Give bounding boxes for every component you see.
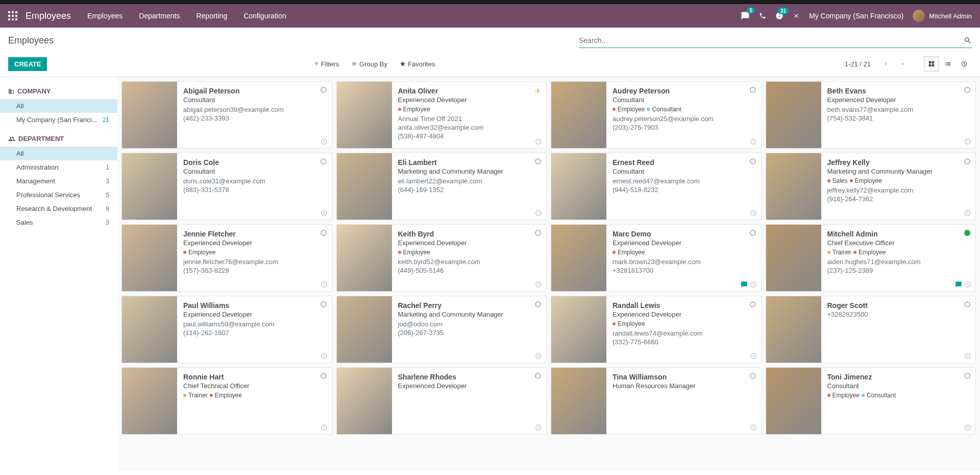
employee-name: Eli Lambert [398,158,541,167]
app-title[interactable]: Employees [26,11,71,21]
clock-icon[interactable] [750,424,757,431]
employee-photo [766,368,821,434]
presence-offline-icon [535,301,541,307]
employee-card[interactable]: Ernest ReedConsultanternest.reed47@examp… [551,153,762,220]
groupby-button[interactable]: Group By [351,60,387,68]
user-menu[interactable]: Mitchell Admin [913,10,972,22]
employee-card[interactable]: ✈Anita OliverExperienced DeveloperEmploy… [336,81,547,149]
employee-photo [122,368,177,434]
employee-photo [122,296,177,363]
employee-card[interactable]: Rachel PerryMarketing and Community Mana… [336,296,547,363]
sidebar-item-dept[interactable]: Administration1 [0,160,117,174]
employee-card[interactable]: Jeffrey KellyMarketing and Community Man… [766,153,976,220]
nav-item-departments[interactable]: Departments [139,12,180,20]
activities-badge: 31 [778,8,789,14]
activities-icon[interactable]: 31 [775,12,783,20]
phone-icon[interactable] [759,12,766,19]
clock-icon[interactable] [750,209,757,217]
clock-icon[interactable] [535,209,542,217]
employee-card[interactable]: Paul WilliamsExperienced Developerpaul.w… [121,296,332,363]
sidebar: COMPANY AllMy Company (San Franci...21 D… [0,77,117,470]
employee-role: Marketing and Community Manager [398,311,541,318]
activity-view-button[interactable] [957,56,972,72]
tools-icon[interactable] [793,12,800,19]
sidebar-item-dept[interactable]: Professional Services5 [0,188,117,202]
clock-icon[interactable] [964,424,971,431]
employee-card[interactable]: Marc DemoExperienced DeveloperEmployeema… [551,224,762,292]
employee-name: Rachel Perry [398,301,541,310]
employee-photo [337,368,392,434]
employee-role: Experienced Developer [183,311,326,318]
search-icon[interactable] [964,36,972,44]
employee-card[interactable]: Keith ByrdExperienced DeveloperEmployeek… [336,224,547,292]
sidebar-item-dept[interactable]: Sales3 [0,216,117,229]
employee-card[interactable]: Beth EvansExperienced Developerbeth.evan… [766,81,976,149]
nav-item-configuration[interactable]: Configuration [243,12,286,20]
favorites-button[interactable]: Favorites [400,60,435,68]
search-box[interactable] [579,33,972,48]
pager-prev-icon[interactable] [879,58,892,69]
employee-card[interactable]: Roger Scott+3282823500 [766,296,976,363]
clock-icon[interactable] [321,209,328,217]
chat-icon[interactable] [741,281,748,288]
sidebar-item-company[interactable]: All [0,99,117,113]
clock-icon[interactable] [964,281,971,288]
clock-icon[interactable] [535,138,542,145]
employee-card[interactable]: Sharlene RhodesExperienced Developer [336,367,547,435]
pager-text[interactable]: 1-21 / 21 [845,60,871,68]
clock-icon[interactable] [535,424,542,431]
employee-role: Consultant [612,96,755,104]
pager-next-icon[interactable] [896,58,910,69]
clock-icon[interactable] [750,281,757,288]
clock-icon[interactable] [535,352,542,360]
clock-icon[interactable] [750,352,757,360]
employee-card[interactable]: Randall LewisExperienced DeveloperEmploy… [551,296,762,363]
employee-card[interactable]: Toni JimenezConsultantEmployeeConsultant [766,367,976,435]
messages-icon[interactable]: 5 [741,11,750,20]
kanban-view-button[interactable] [924,56,939,72]
employee-photo [337,225,392,291]
company-selector[interactable]: My Company (San Francisco) [809,12,903,20]
tag: Employee [850,177,882,184]
list-view-button[interactable] [940,56,955,72]
tag: Employee [183,249,215,256]
presence-offline-icon [964,301,970,307]
sidebar-item-dept[interactable]: All [0,147,117,160]
employee-card[interactable]: Tina WilliamsonHuman Resources Manager [551,367,762,435]
svg-rect-3 [8,15,10,17]
employee-role: Marketing and Community Manager [827,168,970,175]
employee-card[interactable]: Ronnie HartChief Technical OfficerTraine… [121,367,332,435]
tag: Employee [612,249,645,256]
clock-icon[interactable] [964,352,971,360]
presence-offline-icon [750,158,756,164]
employee-photo [122,153,177,220]
filters-button[interactable]: Filters [314,60,339,68]
sidebar-item-company[interactable]: My Company (San Franci...21 [0,113,117,127]
presence-offline-icon [750,301,756,307]
clock-icon[interactable] [321,352,328,360]
create-button[interactable]: CREATE [8,57,47,71]
sidebar-item-dept[interactable]: Management3 [0,174,117,188]
clock-icon[interactable] [321,138,328,145]
employee-card[interactable]: Abigail PetersonConsultantabigail.peters… [121,81,332,149]
chat-icon[interactable] [955,281,962,288]
clock-icon[interactable] [964,209,971,217]
apps-launcher-icon[interactable] [8,11,17,20]
clock-icon[interactable] [964,138,971,145]
sidebar-item-dept[interactable]: Research & Development8 [0,202,117,216]
clock-icon[interactable] [750,138,757,145]
employee-card[interactable]: Jennie FletcherExperienced DeveloperEmpl… [121,224,332,292]
search-input[interactable] [579,36,964,44]
clock-icon[interactable] [535,281,542,288]
employee-role: Experienced Developer [183,239,326,247]
employee-email: paul.williams59@example.com [183,320,326,328]
nav-item-employees[interactable]: Employees [87,12,122,20]
clock-icon[interactable] [321,281,328,288]
clock-icon[interactable] [321,424,328,431]
employee-card[interactable]: Doris ColeConsultantdoris.cole31@example… [121,153,332,220]
employee-card[interactable]: Mitchell AdminChief Executive OfficerTra… [766,224,976,292]
employee-card[interactable]: Eli LambertMarketing and Community Manag… [336,153,547,220]
nav-item-reporting[interactable]: Reporting [196,12,227,20]
employee-card[interactable]: Audrey PetersonConsultantEmployeeConsult… [551,81,762,149]
svg-rect-9 [929,61,932,64]
